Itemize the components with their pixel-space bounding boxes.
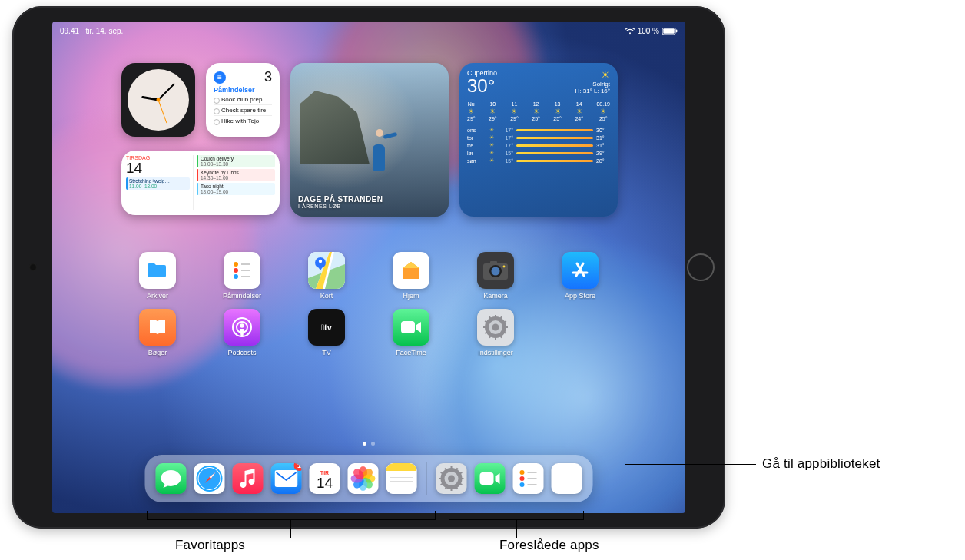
weather-condition: Solrigt (575, 81, 610, 88)
photos-title: DAGE PÅ STRANDEN (298, 195, 383, 204)
reminder-item: Check spare tire (214, 104, 272, 115)
weather-widget[interactable]: Cupertino 30° ☀ Solrigt H: 31° L: 16° Nu… (459, 63, 618, 217)
app-påmindelser[interactable]: Påmindelser (207, 252, 277, 300)
dock-app-musik[interactable] (233, 463, 264, 494)
weather-temp: 30° (467, 77, 497, 95)
home-icon (393, 252, 429, 289)
reminders-count: 3 (264, 69, 272, 85)
svg-rect-19 (495, 315, 496, 319)
app-empty (546, 309, 615, 356)
reminders-list-icon: ≡ (214, 71, 226, 84)
svg-rect-15 (401, 321, 415, 333)
front-camera-icon (29, 263, 37, 271)
dock-app-fotos[interactable] (348, 463, 379, 494)
svg-rect-28 (483, 326, 487, 328)
home-button[interactable] (687, 253, 715, 281)
app-label: TV (322, 349, 331, 356)
app-label: Indstillinger (478, 349, 513, 356)
dock-app-påmindelser[interactable] (513, 463, 544, 494)
photos-widget[interactable]: DAGE PÅ STRANDEN I ÅRENES LØB (290, 63, 449, 217)
dock: 1TIR14 (145, 455, 593, 502)
svg-point-10 (503, 266, 506, 268)
svg-point-5 (319, 260, 322, 263)
weather-day: lør☀15°29° (467, 149, 610, 157)
app-label: Arkiver (147, 292, 168, 300)
app-facetime[interactable]: FaceTime (376, 309, 446, 356)
photos-icon (348, 463, 379, 494)
mail-icon: 1 (271, 463, 302, 494)
dock-app-kalender[interactable]: TIR14 (310, 463, 340, 494)
svg-rect-55 (439, 478, 443, 479)
clock-face-icon (128, 69, 189, 131)
svg-point-45 (448, 476, 455, 482)
callout-library: Gå til appbiblioteket (762, 456, 880, 472)
weather-hilo: H: 31° L: 16° (575, 88, 610, 94)
ipad-frame: 09.41 tir. 14. sep. 100 % (12, 6, 725, 529)
svg-text:tv: tv (321, 323, 333, 332)
dock-app-beskeder[interactable] (156, 463, 187, 494)
calendar-event: Couch delivery13.00–13.30 (197, 155, 275, 167)
gear-icon (436, 463, 467, 494)
calendar-daynum: 14 (126, 161, 190, 175)
app-arkiver[interactable]: Arkiver (123, 252, 192, 300)
app-label: Podcasts (227, 349, 256, 356)
dock-app-noter[interactable] (386, 463, 417, 494)
app-label: Kamera (483, 292, 508, 300)
dock-app-mail[interactable]: 1 (271, 463, 302, 494)
callout-line (516, 520, 517, 538)
app-kamera[interactable]: Kamera (461, 252, 530, 300)
screen: 09.41 tir. 14. sep. 100 % (52, 22, 685, 513)
page-dot-active (363, 442, 366, 446)
svg-rect-46 (451, 466, 453, 470)
dock-app-facetime[interactable] (475, 463, 506, 494)
reminders-widget[interactable]: ≡ 3 Påmindelser Book club prepCheck spar… (206, 63, 280, 137)
app-app store[interactable]: App Store (546, 252, 615, 300)
page-dots[interactable] (363, 442, 375, 446)
appstore-icon (562, 252, 599, 289)
tv-icon: tv (308, 309, 345, 346)
camera-icon (477, 252, 514, 289)
app-kort[interactable]: Kort (292, 252, 361, 300)
svg-rect-52 (451, 487, 453, 491)
callout-favorites: Favoritapps (175, 538, 245, 553)
sun-icon: ☀ (575, 69, 610, 81)
status-time: 09.41 (60, 27, 79, 35)
app-label: FaceTime (396, 349, 426, 356)
calendar-icon: TIR14 (310, 463, 340, 494)
dock-app-indstillinger[interactable] (436, 463, 467, 494)
svg-rect-49 (460, 478, 464, 479)
dock-app-library[interactable] (552, 463, 582, 494)
app-hjem[interactable]: Hjem (376, 252, 446, 300)
reminders-title: Påmindelser (214, 86, 272, 94)
status-battery-pct: 100 % (638, 27, 659, 35)
callout-line (625, 464, 756, 465)
calendar-widget[interactable]: Tirsdag 14 Stretching+weig… 11.00–13.00 … (121, 151, 280, 215)
svg-rect-25 (495, 336, 496, 340)
weather-hour: Nu☀29° (467, 101, 476, 121)
apps-grid: ArkiverPåmindelserKortHjemKameraApp Stor… (52, 252, 685, 356)
weather-hour: 14☀24° (575, 101, 583, 121)
app-label: Kort (320, 292, 333, 300)
svg-rect-22 (504, 326, 508, 328)
dock-app-safari[interactable] (194, 463, 225, 494)
app-indstillinger[interactable]: Indstillinger (461, 309, 530, 356)
svg-rect-34 (275, 470, 298, 487)
photo-person (366, 124, 393, 171)
notes-icon (386, 463, 417, 494)
app-podcasts[interactable]: Podcasts (207, 309, 277, 356)
calendar-event: Stretching+weig… 11.00–13.00 (126, 177, 190, 190)
app-label: Hjem (403, 292, 419, 300)
reminders-app-icon (513, 463, 544, 494)
svg-rect-2 (676, 30, 678, 33)
facetime-icon (393, 309, 429, 346)
clock-widget[interactable] (121, 63, 195, 137)
app-label: Påmindelser (223, 292, 261, 300)
svg-point-18 (492, 324, 499, 331)
svg-point-9 (492, 267, 500, 276)
widgets-row: ≡ 3 Påmindelser Book club prepCheck spar… (121, 63, 670, 217)
svg-rect-7 (490, 261, 497, 265)
weather-day: søn☀15°28° (467, 157, 610, 164)
app-bøger[interactable]: Bøger (123, 309, 192, 356)
battery-icon (662, 27, 678, 35)
app-tv[interactable]: tvTV (292, 309, 361, 356)
